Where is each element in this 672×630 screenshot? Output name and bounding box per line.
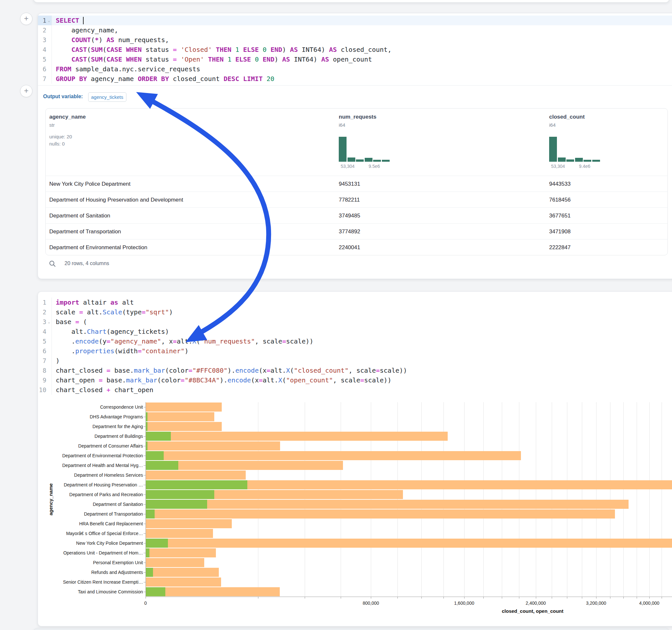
fold-chevron-icon[interactable]: ⌄ — [46, 16, 51, 25]
gridline — [637, 402, 637, 597]
gridline — [305, 402, 305, 597]
y-tick-label: Department of Transportation — [38, 511, 143, 516]
gridline — [422, 402, 422, 597]
bar-open — [146, 451, 164, 460]
x-tick-label: 1,600,000 — [454, 601, 474, 606]
bar-closed — [146, 578, 221, 587]
x-tick-label: 4,000,000 — [639, 601, 659, 606]
y-axis-title: agency_name — [48, 483, 53, 515]
bar-open — [146, 587, 165, 596]
y-tick-label: Senior Citizen Rent Increase Exempti… — [38, 579, 143, 585]
code-line[interactable]: 7GROUP BY agency_name ORDER BY closed_co… — [38, 74, 672, 83]
bar-closed — [146, 470, 246, 480]
bar-open — [146, 490, 214, 499]
bar-closed — [146, 539, 672, 548]
python-cell-card: 1import altair as alt2scale = alt.Scale(… — [38, 291, 672, 626]
x-tick-label: 800,000 — [363, 601, 379, 606]
gridline — [398, 402, 398, 597]
y-tick-label: Personal Exemption Unit — [38, 560, 143, 565]
y-tick-label: Department of Parks and Recreation — [38, 492, 143, 497]
y-tick-label: New York City Police Department — [38, 540, 143, 546]
sql-cell-card: 1⌄SELECT 2 agency_name,3 COUNT(*) AS num… — [38, 13, 672, 279]
search-icon[interactable] — [49, 260, 56, 269]
bar-open — [146, 548, 149, 557]
gridline — [567, 402, 567, 597]
y-tick-label: Department of Buildings — [38, 434, 143, 439]
bar-closed — [146, 548, 216, 557]
table-header: agency_namestrunique: 20nulls: 0num_requ… — [46, 108, 668, 176]
code-line[interactable]: 2 agency_name, — [38, 25, 672, 35]
code-line[interactable]: 1⌄SELECT — [38, 16, 672, 25]
add-cell-button-middle[interactable]: + — [20, 85, 32, 97]
x-tick-label: 2,400,000 — [526, 601, 546, 606]
bar-open — [146, 480, 247, 489]
gridline — [582, 402, 582, 597]
next-cell-fragment — [33, 628, 669, 630]
bar-closed — [146, 403, 222, 412]
bar-closed — [146, 441, 280, 451]
code-line[interactable]: 5 CAST(SUM(CASE WHEN status = 'Open' THE… — [38, 54, 672, 64]
y-tick-label: Department of Homeless Services — [38, 472, 143, 478]
y-tick-label: HRA Benefit Card Replacement — [38, 521, 143, 526]
gridline — [371, 402, 371, 597]
gridline — [258, 402, 258, 597]
y-tick-label: Mayorâ€ s Office of Special Enforce… — [38, 531, 143, 536]
bar-closed — [146, 422, 222, 431]
bar-closed — [146, 587, 280, 596]
bar-closed — [146, 451, 521, 460]
bar-closed — [146, 568, 219, 577]
gridline — [552, 402, 552, 597]
previous-cell-fragment — [33, 0, 669, 3]
gridline — [662, 402, 662, 597]
y-tick-label: Department of Environmental Protection — [38, 453, 143, 458]
bar-closed — [146, 500, 628, 509]
bar-open — [146, 568, 153, 577]
y-axis-line — [146, 402, 146, 597]
bar-closed — [146, 519, 232, 528]
table-summary: 20 rows, 4 columns — [65, 261, 109, 266]
altair-chart: 0800,0001,600,0002,400,0003,200,0004,000… — [38, 292, 672, 626]
x-axis-title: closed_count, open_count — [502, 608, 563, 614]
table-row[interactable]: Department of Environmental Protection22… — [46, 239, 668, 256]
gridline — [464, 402, 464, 597]
bar-open — [146, 500, 207, 509]
x-tick-label: 0 — [144, 601, 147, 606]
column-histogram — [549, 137, 601, 162]
table-row[interactable]: New York City Police Department945313194… — [46, 176, 668, 192]
gridline — [341, 402, 341, 597]
gridline — [623, 402, 624, 597]
y-tick-label: Department for the Aging — [38, 424, 143, 429]
notebook-page: + + 1⌄SELECT 2 agency_name,3 COUNT(*) AS… — [0, 0, 672, 630]
x-tick-label: 3,200,000 — [586, 601, 606, 606]
add-cell-button-top[interactable]: + — [20, 13, 32, 25]
gridline — [610, 402, 610, 597]
y-tick-label: Department of Housing Preservation … — [38, 482, 143, 487]
text-cursor — [83, 17, 83, 24]
y-tick-label: Department of Consumer Affairs — [38, 443, 143, 449]
table-row[interactable]: Department of Sanitation37494853677651 — [46, 208, 668, 224]
bar-closed — [146, 432, 448, 441]
y-tick-label: Taxi and Limousine Commission — [38, 589, 143, 595]
result-table-card: agency_namestrunique: 20nulls: 0num_requ… — [45, 108, 668, 256]
bar-closed — [146, 529, 213, 538]
bar-closed — [146, 412, 214, 421]
table-row[interactable]: Department of Housing Preservation and D… — [46, 192, 668, 208]
code-line[interactable]: 4 CAST(SUM(CASE WHEN status = 'Closed' T… — [38, 45, 672, 54]
output-variable-label: Output variable: — [43, 94, 83, 99]
column-histogram — [339, 137, 391, 162]
code-line[interactable]: 3 COUNT(*) AS num_requests, — [38, 35, 672, 45]
bar-closed — [146, 509, 615, 518]
bar-open — [146, 432, 171, 441]
gridline — [649, 402, 650, 597]
bar-open — [146, 539, 168, 548]
gridline — [443, 402, 444, 597]
sql-code-editor[interactable]: 1⌄SELECT 2 agency_name,3 COUNT(*) AS num… — [38, 16, 672, 83]
output-variable-chip[interactable]: agency_tickets — [88, 92, 126, 102]
bar-open — [146, 461, 178, 470]
code-line[interactable]: 6FROM sample_data.nyc.service_requests — [38, 64, 672, 74]
y-tick-label: Department of Sanitation — [38, 502, 143, 507]
bar-closed — [146, 558, 204, 567]
table-row[interactable]: Department of Transportation377489234719… — [46, 223, 668, 240]
gridline — [519, 402, 519, 597]
gridline — [483, 402, 484, 597]
